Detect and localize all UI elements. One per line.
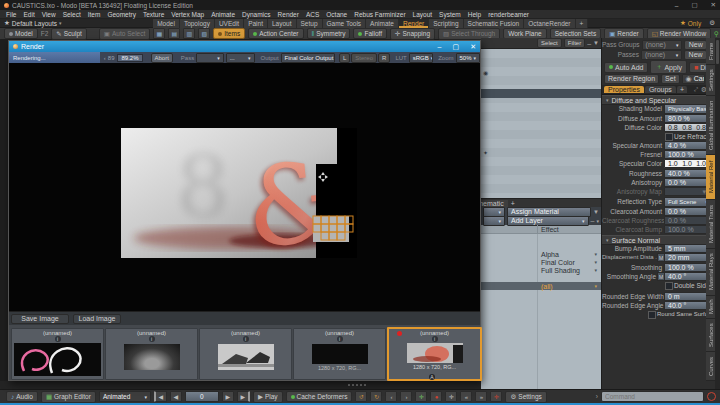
camera-dropdown[interactable]: ◉Camera▾ [682, 74, 705, 84]
load-image-button[interactable]: Load Image [73, 314, 121, 324]
use-refractive-index-checkbox[interactable] [665, 133, 673, 141]
clearcoat-roughness-field[interactable]: 0.0 % [664, 216, 710, 225]
anisotropy-field[interactable]: 0.0 % [664, 178, 710, 187]
clearcoat-amount-field[interactable]: 0.0 % [664, 207, 710, 216]
cache-deformers-button[interactable]: Cache Deformers [286, 391, 353, 402]
menu-render[interactable]: Render [278, 11, 299, 18]
menu-help[interactable]: Help [468, 11, 481, 18]
menu-edit[interactable]: Edit [23, 11, 34, 18]
model-mode-button[interactable]: Model [4, 28, 38, 39]
smoothing-field[interactable]: 100.0 % [664, 263, 710, 272]
animated-dropdown[interactable]: Animated▾ [99, 391, 151, 402]
render-region-button[interactable]: Render Region [604, 74, 659, 84]
rounded-edge-width-field[interactable]: 0 m [664, 292, 710, 301]
pass-groups-new-button[interactable]: New [684, 40, 707, 50]
remove-key-icon[interactable]: ✛ [445, 391, 457, 402]
tab-plus[interactable]: + [677, 86, 687, 93]
render-thumbnail[interactable]: (unnamed) i [105, 328, 198, 380]
tab-octanerender[interactable]: OctaneRender [524, 19, 575, 28]
passes-new-button[interactable]: New [684, 50, 707, 60]
tab-paint[interactable]: Paint [244, 19, 268, 28]
loop-icon[interactable]: ↺ [355, 391, 367, 402]
autokey-icon[interactable]: ✛ [490, 391, 502, 402]
eye-icon[interactable]: ✦ [483, 149, 488, 156]
layout-preset-dropdown[interactable]: Default Layouts [12, 20, 57, 27]
graph-editor-button[interactable]: ▦Graph Editor [41, 391, 96, 403]
specular-amount-field[interactable]: 4.0 % [664, 141, 710, 150]
render-thumbnail[interactable]: (unnamed) i 1280 x 720, RG... [293, 328, 386, 380]
go-to-start-icon[interactable]: ◀ [154, 391, 167, 402]
rounded-edge-angle-field[interactable]: 40.0 ° [664, 301, 710, 310]
vtab-material-ref[interactable]: Material Ref [706, 155, 715, 200]
audio-button[interactable]: ♪Audio [6, 391, 38, 402]
stereo-right-button[interactable]: R [378, 53, 390, 63]
tab-add-layer-plus[interactable]: + [511, 200, 515, 207]
abort-button[interactable]: Abort [151, 53, 173, 63]
ghost-toggle-icon[interactable]: A [429, 374, 435, 380]
round-same-surface-only-checkbox[interactable] [648, 311, 656, 319]
vtab-material-rays[interactable]: Material Rays [706, 249, 715, 296]
prev-key-icon[interactable]: ‹ [385, 391, 397, 402]
right-scroll-strip[interactable] [715, 38, 720, 389]
specular-color-field[interactable]: 1.01.01.0 [664, 159, 710, 168]
filter-button[interactable]: Filter [564, 38, 585, 48]
tab-topology[interactable]: Topology [180, 19, 215, 28]
shader-row-all[interactable]: (all)▾ [481, 282, 601, 290]
tab-add[interactable]: + [576, 19, 589, 28]
render-thumbnail-selected[interactable]: (unnamed) i 1280 x 720, RG... A [387, 327, 482, 381]
menu-item[interactable]: Item [88, 11, 101, 18]
record-icon[interactable]: ● [430, 391, 442, 402]
vtab-surfaces[interactable]: Surfaces [706, 319, 715, 352]
polygons-mode-icon[interactable]: ▥ [183, 28, 195, 39]
bump-amplitude-field[interactable]: 5 mm [664, 244, 710, 253]
tab-model[interactable]: Model [153, 19, 180, 28]
menu-select[interactable]: Select [63, 11, 81, 18]
shader-row-final-color[interactable]: Final Color▾ [481, 258, 601, 266]
menu-vertex-map[interactable]: Vertex Map [171, 11, 204, 18]
shader-row-alpha[interactable]: Alpha▾ [481, 250, 601, 258]
apply-button[interactable]: ＋Apply [650, 60, 687, 74]
expand-icon[interactable]: ⤢ [694, 86, 698, 93]
output-dropdown[interactable]: Final Color Output▾ [281, 53, 335, 63]
passes-dropdown[interactable]: (none)▾ [641, 50, 682, 60]
tab-render[interactable]: Render [399, 19, 429, 28]
only-toggle[interactable]: Only [688, 20, 701, 27]
render-viewport[interactable]: 8 & & & [9, 63, 480, 311]
info-icon[interactable]: i [149, 336, 155, 342]
minus-icon[interactable]: – [587, 40, 591, 47]
item-row-selected[interactable] [481, 89, 601, 98]
zoom-dropdown[interactable]: 50%▾ [456, 53, 480, 63]
menu-view[interactable]: View [42, 11, 56, 18]
snapping-button[interactable]: ✛Snapping [390, 28, 435, 40]
fresnel-field[interactable]: 100.0 % [664, 150, 710, 159]
vtab-curves[interactable]: Curves [706, 352, 715, 381]
eye-icon[interactable]: ◉ [483, 69, 488, 76]
close-icon[interactable]: ✕ [470, 43, 476, 51]
tab-layout[interactable]: Layout [268, 19, 297, 28]
go-to-end-icon[interactable]: ▶ [237, 391, 250, 402]
anisotropy-map-dropdown[interactable]: ▾ [664, 187, 710, 196]
pass-groups-dropdown[interactable]: (none)▾ [642, 40, 683, 50]
symmetry-button[interactable]: ‖Symmetry [307, 28, 351, 39]
minimize-icon[interactable]: – [675, 2, 679, 9]
menu-octane[interactable]: Octane [326, 11, 347, 18]
stereo-button[interactable]: Stereo [351, 53, 377, 63]
tab-schematic[interactable]: Schematic [481, 200, 508, 207]
materials-mode-icon[interactable]: ▧ [198, 28, 210, 39]
sculpt-mode-button[interactable]: ✎Sculpt [51, 28, 87, 40]
maximize-icon[interactable]: ▢ [453, 43, 460, 51]
render-window[interactable]: Render – ▢ ✕ Rendering... ‹ 89 89.2% Abo… [8, 40, 481, 381]
funnel-icon[interactable]: ▼ [593, 209, 599, 215]
tab-schematic-fusion[interactable]: Schematic Fusion [464, 19, 525, 28]
menu-renderbeamer[interactable]: renderbeamer [488, 11, 529, 18]
tab-properties[interactable]: Properties [604, 86, 644, 93]
double-sided-checkbox[interactable] [665, 282, 673, 290]
item-list[interactable]: ◉ ✦ [481, 49, 601, 198]
smoothing-angle-field[interactable]: 40.0 ° [664, 272, 710, 281]
tab-uvedit[interactable]: UVEdit [215, 19, 244, 28]
prev-frame-icon[interactable]: ◀ [170, 391, 182, 402]
tab-game-tools[interactable]: Game Tools [323, 19, 367, 28]
minus-icon[interactable]: – [591, 217, 595, 224]
shader-row-full-shading[interactable]: Full Shading▾ [481, 266, 601, 274]
tab-groups[interactable]: Groups [645, 86, 676, 93]
